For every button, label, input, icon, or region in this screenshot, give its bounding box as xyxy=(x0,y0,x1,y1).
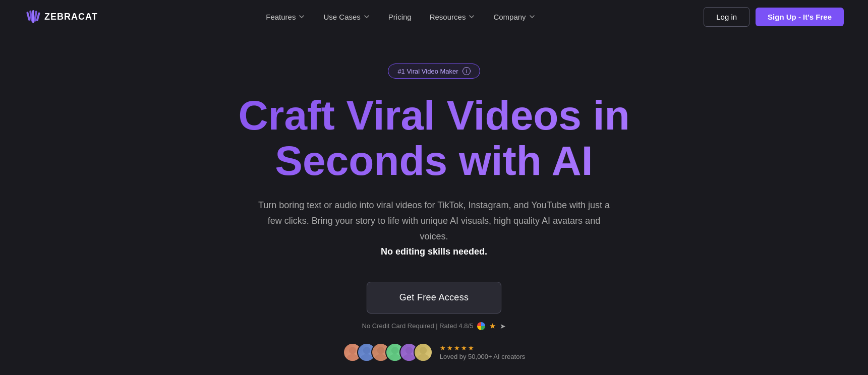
login-button[interactable]: Log in xyxy=(704,7,749,27)
logo-icon xyxy=(24,9,40,25)
svg-point-11 xyxy=(391,347,398,354)
star-icon: ★ xyxy=(447,344,453,352)
nav-item-use-cases[interactable]: Use Cases xyxy=(323,13,370,21)
chevron-down-icon xyxy=(529,13,536,20)
navbar: ZEBRACAT Features Use Cases Pricing Reso… xyxy=(0,0,868,33)
rating-stars: ★ ★ ★ ★ ★ xyxy=(440,344,525,352)
hero-badge: #1 Viral Video Maker i xyxy=(388,64,480,79)
navbar-actions: Log in Sign Up - It's Free xyxy=(704,7,844,27)
hero-subtitle: Turn boring text or audio into viral vid… xyxy=(258,198,611,259)
star-icon: ★ xyxy=(468,344,474,352)
hero-section: #1 Viral Video Maker i Craft Viral Video… xyxy=(0,33,868,375)
logo-text: ZEBRACAT xyxy=(44,12,98,22)
svg-point-5 xyxy=(349,347,356,354)
svg-point-8 xyxy=(361,354,372,361)
cta-meta: No Credit Card Required | Rated 4.8/5 ★ … xyxy=(362,322,506,331)
chevron-down-icon xyxy=(363,13,370,20)
svg-rect-2 xyxy=(32,10,34,23)
nav-links: Features Use Cases Pricing Resources Com… xyxy=(266,13,535,21)
google-rating-icon xyxy=(477,322,485,330)
nav-item-company[interactable]: Company xyxy=(493,13,535,21)
svg-point-7 xyxy=(363,347,370,354)
send-icon: ➤ xyxy=(500,322,506,330)
chevron-down-icon xyxy=(468,13,475,20)
hero-title: Craft Viral Videos in Seconds with AI xyxy=(238,93,629,183)
badge-text: #1 Viral Video Maker xyxy=(397,68,458,75)
info-icon: i xyxy=(462,67,471,75)
social-proof: ★ ★ ★ ★ ★ Loved by 50,000+ AI creators xyxy=(343,343,525,362)
nav-item-features[interactable]: Features xyxy=(266,13,305,21)
signup-button[interactable]: Sign Up - It's Free xyxy=(756,8,844,26)
svg-point-12 xyxy=(389,354,400,361)
svg-point-6 xyxy=(346,354,358,361)
social-proof-text: Loved by 50,000+ AI creators xyxy=(440,353,525,360)
svg-point-16 xyxy=(417,354,429,361)
logo-area: ZEBRACAT xyxy=(24,9,98,25)
cta-wrapper: Get Free Access No Credit Card Required … xyxy=(343,282,525,362)
svg-point-14 xyxy=(403,354,415,361)
nav-item-resources[interactable]: Resources xyxy=(430,13,476,21)
get-free-access-button[interactable]: Get Free Access xyxy=(367,282,502,314)
svg-point-10 xyxy=(375,354,386,361)
avatars-stack xyxy=(343,343,433,362)
avatar xyxy=(414,343,433,362)
svg-point-13 xyxy=(406,347,413,354)
cta-meta-text: No Credit Card Required | Rated 4.8/5 xyxy=(362,322,474,330)
chevron-down-icon xyxy=(298,13,305,20)
social-proof-details: ★ ★ ★ ★ ★ Loved by 50,000+ AI creators xyxy=(440,344,525,360)
svg-point-15 xyxy=(420,347,427,354)
nav-item-pricing[interactable]: Pricing xyxy=(388,13,412,21)
star-icon: ★ xyxy=(489,322,496,331)
star-icon: ★ xyxy=(461,344,467,352)
svg-point-9 xyxy=(377,347,384,354)
star-icon: ★ xyxy=(454,344,460,352)
star-icon: ★ xyxy=(440,344,446,352)
